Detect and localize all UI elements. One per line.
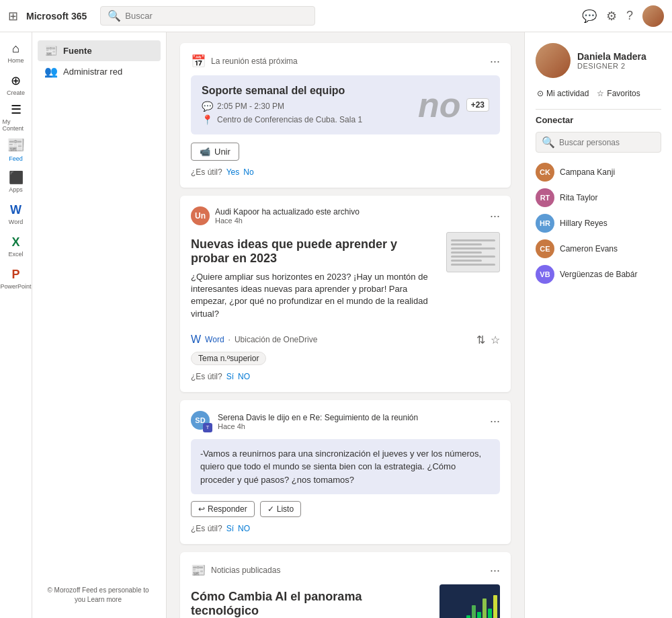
brand-label: Microsoft 365 (26, 11, 87, 22)
teams-badge-icon: T (203, 423, 212, 432)
apps-grid-icon[interactable]: ⊞ (8, 9, 18, 24)
file-yes-btn[interactable]: Sí (226, 372, 234, 381)
file-author-avatar: Un (191, 206, 210, 225)
feed-icon: 📰 (7, 137, 25, 154)
nav-item-mycontent[interactable]: ☰ My Content (3, 102, 30, 132)
nav-item-apps[interactable]: ⬛ Apps (3, 167, 30, 196)
meeting-no-btn[interactable]: No (243, 167, 253, 177)
sidebar-item-fuente[interactable]: 📰 Fuente (38, 40, 161, 61)
rita-avatar: RT (536, 188, 554, 207)
connect-search-box[interactable]: 🔍 (536, 132, 661, 153)
connect-person-rita[interactable]: RT Rita Taylor (536, 185, 661, 210)
connect-person-cameron[interactable]: CE Cameron Evans (536, 236, 661, 262)
sidebar-item-admin[interactable]: 👥 Administrar red (38, 61, 161, 82)
file-actions: ⇅ ☆ (476, 334, 500, 346)
meeting-header-left: 📅 La reunión está próxima (191, 54, 298, 69)
msg-author-name: Serena Davis le dijo en e Re: Seguimient… (218, 413, 418, 422)
file-meta-row: W Word · Ubicación de OneDrive ⇅ ☆ (191, 334, 500, 346)
content-area: 📅 La reunión está próxima ··· Soporte se… (167, 32, 524, 618)
file-location: Ubicación de OneDrive (235, 335, 317, 344)
star-fav-icon: ☆ (597, 89, 604, 98)
meeting-more-icon[interactable]: ··· (490, 54, 500, 69)
footer-note: © Morozoff Feed es personable to you Lea… (38, 580, 159, 610)
msg-no-btn[interactable]: NO (238, 524, 250, 533)
connect-person-campana[interactable]: CK Campana Kanji (536, 159, 661, 185)
chart-bar-5 (488, 609, 492, 618)
msg-more-icon[interactable]: ··· (490, 414, 500, 428)
meeting-card: 📅 La reunión está próxima ··· Soporte se… (180, 43, 511, 188)
connect-person-hillary[interactable]: HR Hillary Reyes (536, 210, 661, 236)
nav-item-ppt[interactable]: P PowerPoint (3, 264, 30, 293)
join-button[interactable]: 📹 Unir (191, 143, 239, 161)
meeting-feedback-row: ¿Es útil? Yes No (191, 167, 500, 177)
file-author-name: Audi Kapoor ha actualizado este archivo (215, 207, 360, 217)
message-bubble: -Vamos a reunirnos para una sincronizaci… (191, 439, 500, 495)
news-header-left: 📰 Noticias publicadas (191, 563, 280, 578)
nav-item-home[interactable]: ⌂ Home (3, 38, 30, 67)
comment-icon[interactable]: 💬 (582, 9, 597, 24)
msg-author-info: Serena Davis le dijo en e Re: Seguimient… (218, 413, 418, 430)
help-icon[interactable]: ? (626, 9, 633, 23)
news-content-row: Cómo Cambia AI el panorama tecnológico ¿… (191, 584, 500, 618)
news-source-label: Noticias publicadas (211, 566, 280, 575)
profile-role: DESIGNER 2 (577, 62, 646, 70)
msg-yes-btn[interactable]: Sí (226, 524, 234, 533)
msg-author-time: Hace 4h (218, 422, 418, 430)
create-icon: ⊕ (11, 73, 21, 88)
meeting-yes-btn[interactable]: Yes (226, 167, 240, 177)
reply-button[interactable]: ↩ Responder (191, 501, 255, 517)
star-icon[interactable]: ☆ (491, 334, 500, 346)
chart-bars (466, 595, 497, 618)
cameron-avatar: CE (536, 239, 554, 258)
chart-bar-4 (482, 598, 487, 618)
file-thumbnail (446, 232, 500, 272)
connect-person-vergüenzas[interactable]: VB Vergüenzas de Babár (536, 262, 661, 287)
msg-actions: ↩ Responder ✓ Listo (191, 501, 500, 517)
file-more-icon[interactable]: ··· (490, 209, 500, 223)
fuente-icon: 📰 (44, 44, 58, 57)
profile-avatar (536, 43, 571, 78)
activity-label: Mi actividad (546, 89, 589, 98)
thumb-line-3 (451, 247, 495, 249)
meeting-location: Centro de Conferencias de Cuba. Sala 1 (217, 115, 362, 124)
cameron-name: Cameron Evans (560, 244, 618, 254)
share-icon[interactable]: ⇅ (476, 334, 485, 346)
vergüenzas-name: Vergüenzas de Babár (560, 270, 637, 279)
word-app-icon: W (191, 334, 201, 346)
hillary-name: Hillary Reyes (560, 219, 607, 228)
nav-item-feed[interactable]: 📰 Feed (3, 134, 30, 164)
file-no-btn[interactable]: NO (238, 372, 250, 381)
divider-1 (536, 109, 661, 110)
nav-item-word[interactable]: W Word (3, 199, 30, 229)
chart-bar-6 (493, 595, 497, 618)
file-tag[interactable]: Tema n.ºsuperior (191, 352, 266, 365)
reply-icon: ↩ (198, 504, 205, 514)
favorites-button[interactable]: ☆ Favoritos (595, 87, 641, 100)
favorites-label: Favoritos (607, 89, 640, 98)
settings-icon[interactable]: ⚙ (606, 9, 617, 24)
join-icon: 📹 (200, 147, 210, 157)
calendar-icon: 📅 (191, 54, 206, 69)
nav-item-create[interactable]: ⊕ Create (3, 70, 30, 100)
search-input[interactable] (125, 11, 308, 21)
connect-search-input[interactable] (559, 138, 655, 147)
user-avatar[interactable] (642, 5, 664, 27)
nav-item-excel[interactable]: X Excel (3, 231, 30, 261)
search-box[interactable]: 🔍 (100, 6, 315, 26)
msg-feedback-label: ¿Es útil? (191, 524, 222, 533)
meeting-info: Soporte semanal del equipo 💬 2:05 PM - 2… (202, 85, 362, 125)
topbar: ⊞ Microsoft 365 🔍 💬 ⚙ ? (0, 0, 672, 32)
my-activity-button[interactable]: ⊙ Mi actividad (536, 87, 590, 100)
join-label: Unir (214, 147, 230, 157)
done-button[interactable]: ✓ Listo (260, 501, 301, 517)
file-app-label: Word (205, 335, 224, 344)
teams-icon: 💬 (202, 101, 213, 112)
file-author-initials: Un (195, 211, 206, 221)
topbar-right: 💬 ⚙ ? (582, 5, 664, 27)
nav-label-excel: Excel (8, 251, 23, 258)
profile-info: Daniela Madera DESIGNER 2 (577, 51, 646, 70)
file-content-row: Nuevas ideas que puede aprender y probar… (191, 232, 500, 327)
vergüenzas-avatar: VB (536, 265, 554, 284)
thumb-line-6 (451, 260, 482, 262)
news-more-icon[interactable]: ··· (490, 564, 500, 578)
